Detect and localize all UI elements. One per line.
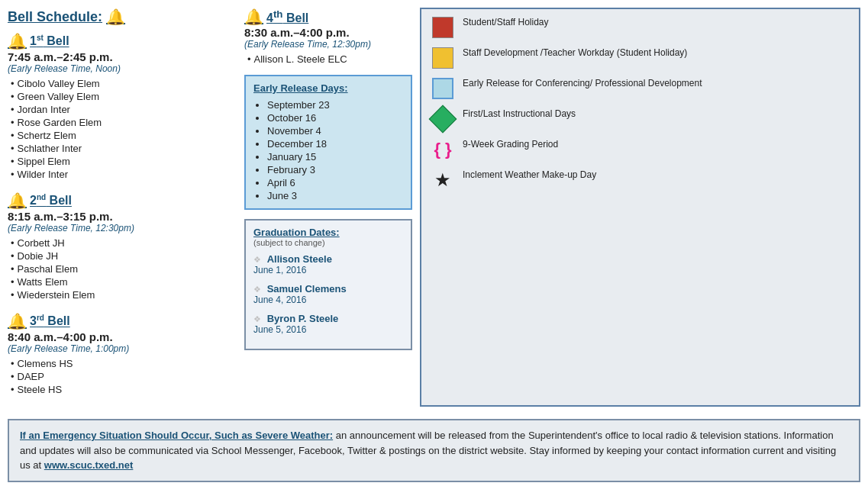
bell-2-time: 8:15 a.m.–3:15 p.m. (8, 210, 237, 223)
bell-schedule-title: Bell Schedule: 🔔 (8, 8, 237, 26)
early-release-box-title: Early Release Days: (253, 82, 403, 94)
bell-4-early-release: (Early Release Time, 12:30pm) (244, 39, 412, 50)
graduation-box: Graduation Dates: (subject to change) ❖ … (244, 219, 412, 350)
list-item: September 23 (267, 98, 403, 111)
list-item: April 6 (267, 176, 403, 189)
bell-1-section: 🔔 1st Bell 7:45 a.m.–2:45 p.m. (Early Re… (8, 32, 237, 181)
pink-bracket: { } (434, 141, 451, 158)
list-item: October 16 (267, 111, 403, 124)
bell-1-icon: 🔔 (8, 32, 27, 50)
yellow-square (432, 47, 453, 69)
bell-2-label: 2nd Bell (30, 193, 72, 208)
list-item: Corbett JH (11, 237, 237, 250)
bell-2-icon: 🔔 (8, 192, 27, 210)
list-item: Paschal Elem (11, 262, 237, 275)
bell-4-section: 🔔 4th Bell 8:30 a.m.–4:00 p.m. (Early Re… (244, 8, 412, 66)
bell-2-early-release: (Early Release Time, 12:30pm) (8, 223, 237, 233)
list-item: Green Valley Elem (11, 90, 237, 103)
grad-diamond-icon-1: ❖ (253, 255, 261, 264)
bell-4-title: 🔔 4th Bell (244, 8, 412, 26)
graduation-date-3: June 5, 2016 (253, 324, 403, 335)
graduation-school-name-1: Allison Steele (267, 253, 332, 265)
bell-2-title: 🔔 2nd Bell (8, 192, 237, 210)
list-item: Cibolo Valley Elem (11, 77, 237, 90)
legend-yellow-square-icon (431, 47, 455, 69)
legend-student-holiday-text: Student/Staff Holiday (463, 17, 549, 29)
list-item: Schertz Elem (11, 129, 237, 142)
legend-diamond-icon (431, 108, 455, 130)
grad-diamond-icon-2: ❖ (253, 285, 261, 294)
legend-column: Student/Staff Holiday Staff Development … (420, 8, 860, 407)
list-item: January 15 (267, 150, 403, 163)
graduation-school-name-3: Byron P. Steele (267, 313, 339, 324)
early-release-box: Early Release Days: September 23 October… (244, 75, 412, 210)
emergency-link[interactable]: www.scuc.txed.net (44, 459, 134, 471)
bell-4-time: 8:30 a.m.–4:00 p.m. (244, 26, 412, 39)
legend-9-week-text: 9-Week Grading Period (463, 139, 558, 151)
legend-blue-rect-icon (431, 78, 455, 99)
bell-1-schools: Cibolo Valley Elem Green Valley Elem Jor… (8, 77, 237, 181)
graduation-box-subtitle: (subject to change) (253, 238, 403, 247)
graduation-date-2: June 4, 2016 (253, 295, 403, 305)
graduation-box-title: Graduation Dates: (253, 227, 403, 238)
list-item: Allison L. Steele ELC (247, 53, 412, 66)
bell-1-label: 1st Bell (30, 34, 69, 48)
bell-1-early-release: (Early Release Time, Noon) (8, 63, 237, 74)
list-item: Wiederstein Elem (11, 288, 237, 301)
graduation-date-1: June 1, 2016 (253, 265, 403, 275)
bell-icon-main: 🔔 (106, 8, 125, 26)
bell-3-schools: Clemens HS DAEP Steele HS (8, 357, 237, 396)
bell-2-section: 🔔 2nd Bell 8:15 a.m.–3:15 p.m. (Early Re… (8, 192, 237, 301)
emergency-title: If an Emergency Situation Should Occur, … (20, 430, 333, 441)
bell-schedule-label: Bell Schedule: (8, 9, 102, 25)
blue-rect (432, 78, 453, 99)
bell-3-time: 8:40 a.m.–4:00 p.m. (8, 330, 237, 343)
graduation-school-name-2: Samuel Clemens (267, 283, 347, 295)
legend-item-staff-dev: Staff Development /Teacher Workday (Stud… (431, 47, 850, 69)
bell-schedule-column: Bell Schedule: 🔔 🔔 1st Bell 7:45 a.m.–2:… (8, 8, 237, 407)
legend-first-last-text: First/Last Instructional Days (463, 108, 576, 121)
star: ★ (434, 171, 451, 189)
graduation-school-3: ❖ Byron P. Steele (253, 313, 403, 324)
legend-red-square-icon (431, 17, 455, 38)
list-item: December 18 (267, 137, 403, 150)
bell-1-title: 🔔 1st Bell (8, 32, 237, 50)
green-diamond (429, 105, 457, 134)
legend-item-9-week: { } 9-Week Grading Period (431, 139, 850, 160)
list-item: Rose Garden Elem (11, 116, 237, 129)
graduation-entry-2: ❖ Samuel Clemens June 4, 2016 (253, 283, 403, 305)
graduation-entry-3: ❖ Byron P. Steele June 5, 2016 (253, 313, 403, 335)
legend-inclement-text: Inclement Weather Make-up Day (463, 169, 596, 182)
list-item: Steele HS (11, 383, 237, 396)
list-item: DAEP (11, 370, 237, 383)
bell-3-icon: 🔔 (8, 312, 27, 330)
bell-4-schools: Allison L. Steele ELC (244, 53, 412, 66)
list-item: Jordan Inter (11, 103, 237, 116)
legend-item-early-release: Early Release for Conferencing/ Professi… (431, 78, 850, 99)
emergency-notice: If an Emergency Situation Should Occur, … (8, 419, 860, 482)
bell-3-section: 🔔 3rd Bell 8:40 a.m.–4:00 p.m. (Early Re… (8, 312, 237, 396)
early-release-dates-list: September 23 October 16 November 4 Decem… (253, 98, 403, 202)
legend-item-first-last: First/Last Instructional Days (431, 108, 850, 130)
legend-pink-bracket-icon: { } (431, 139, 455, 160)
legend-item-student-holiday: Student/Staff Holiday (431, 17, 850, 38)
bell-1-time: 7:45 a.m.–2:45 p.m. (8, 50, 237, 63)
red-square (432, 17, 453, 38)
list-item: Sippel Elem (11, 155, 237, 168)
list-item: Wilder Inter (11, 168, 237, 181)
list-item: June 3 (267, 189, 403, 202)
bell-3-label: 3rd Bell (30, 314, 70, 328)
list-item: February 3 (267, 163, 403, 176)
graduation-school-1: ❖ Allison Steele (253, 253, 403, 265)
bell-4-label: 4th Bell (266, 8, 308, 25)
legend-star-icon: ★ (431, 169, 455, 191)
graduation-entry-1: ❖ Allison Steele June 1, 2016 (253, 253, 403, 275)
list-item: Schlather Inter (11, 142, 237, 155)
list-item: Clemens HS (11, 357, 237, 370)
list-item: November 4 (267, 124, 403, 137)
graduation-school-2: ❖ Samuel Clemens (253, 283, 403, 295)
legend-early-release-text: Early Release for Conferencing/ Professi… (463, 78, 702, 90)
legend-staff-dev-text: Staff Development /Teacher Workday (Stud… (463, 47, 687, 60)
list-item: Watts Elem (11, 275, 237, 288)
list-item: Dobie JH (11, 250, 237, 262)
